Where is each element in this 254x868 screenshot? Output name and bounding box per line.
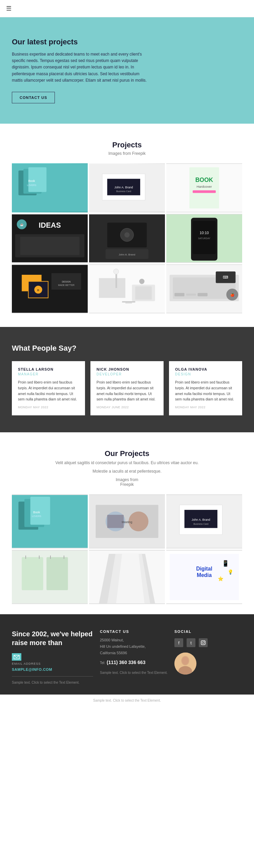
contact-us-button[interactable]: CONTACT US bbox=[12, 92, 55, 103]
testimonial-date-2: MONDAY JUNE 2022 bbox=[97, 406, 157, 409]
testimonial-role-1: MANAGER bbox=[18, 372, 79, 376]
project-cell-2[interactable]: John A. Brand Business Card bbox=[89, 163, 165, 212]
testimonial-card-2: NICK JHONSON DEVELOPER Proin sed libero … bbox=[90, 361, 164, 415]
footer-left: Since 2002, we've helped raise more than… bbox=[12, 629, 93, 684]
footer-sample-text: Sample text. Click to select the Text El… bbox=[12, 681, 93, 684]
svg-text:10:10: 10:10 bbox=[200, 231, 209, 235]
svg-text:MADE BETTER: MADE BETTER bbox=[58, 284, 75, 286]
testimonial-name-1: STELLA LARSON bbox=[18, 367, 79, 371]
testimonial-date-1: MONDAY MAY 2022 bbox=[18, 406, 79, 409]
footer-grid: Since 2002, we've helped raise more than… bbox=[12, 629, 242, 684]
our-project-cell-5[interactable] bbox=[89, 550, 165, 604]
our-projects-grid: Book LOVERS Meeting John A. Brand Busine… bbox=[12, 494, 242, 604]
svg-text:SATURDAY: SATURDAY bbox=[198, 237, 210, 240]
svg-text:🍎: 🍎 bbox=[230, 293, 235, 297]
testimonials-grid: STELLA LARSON MANAGER Proin sed libero e… bbox=[12, 361, 242, 415]
footer-right: SOCIAL f t bbox=[174, 629, 242, 684]
testimonial-name-2: NICK JHONSON bbox=[97, 367, 157, 371]
testimonial-text-3: Proin sed libero enim sed faucibus turpi… bbox=[175, 379, 236, 402]
footer-tel-value: (111) 360 336 663 bbox=[107, 660, 145, 665]
footer-divider bbox=[12, 676, 93, 677]
testimonial-card-3: OLGA IVANOVA DESIGN Proin sed libero eni… bbox=[169, 361, 242, 415]
project-cell-3[interactable]: BOOK Hardcover bbox=[166, 163, 242, 212]
our-projects-title: Our Projects bbox=[12, 449, 242, 458]
testimonial-role-2: DEVELOPER bbox=[97, 372, 157, 376]
hero-title: Our latest projects bbox=[12, 38, 242, 46]
instagram-icon[interactable] bbox=[199, 638, 208, 647]
our-projects-section: Our Projects Velit aliquet sagittis id c… bbox=[0, 432, 254, 614]
projects-grid: Book LOVERS John A. Brand Business Card … bbox=[12, 163, 242, 313]
svg-text:John A. Brand: John A. Brand bbox=[192, 518, 210, 521]
testimonial-name-3: OLGA IVANOVA bbox=[175, 367, 236, 371]
email-icon bbox=[12, 653, 21, 661]
bottom-sample: Sample text. Click to select the Text El… bbox=[0, 695, 254, 706]
project-cell-6[interactable]: 10:10 SATURDAY bbox=[166, 214, 242, 263]
svg-rect-42 bbox=[99, 278, 125, 298]
svg-text:Business Card: Business Card bbox=[193, 523, 208, 525]
footer-email-value: SAMPLE@INFO.COM bbox=[12, 667, 52, 671]
our-project-cell-4[interactable] bbox=[12, 550, 88, 604]
hero-section: Our latest projects Business expertise a… bbox=[0, 17, 254, 124]
svg-rect-55 bbox=[198, 293, 208, 296]
project-cell-1[interactable]: Book LOVERS bbox=[12, 163, 88, 212]
svg-rect-81 bbox=[46, 557, 68, 590]
projects-subtitle: Images from Freepik bbox=[12, 151, 242, 156]
footer-contact-title: CONTACT US bbox=[100, 629, 168, 634]
svg-point-47 bbox=[139, 279, 145, 284]
svg-text:IDEAS: IDEAS bbox=[39, 221, 61, 229]
footer-contact-sample: Sample text. Click to select the Text El… bbox=[100, 670, 168, 675]
facebook-icon[interactable]: f bbox=[174, 638, 183, 647]
svg-text:DESIGN: DESIGN bbox=[62, 281, 71, 283]
svg-text:📱: 📱 bbox=[222, 560, 229, 567]
project-cell-8[interactable] bbox=[89, 264, 165, 313]
our-project-cell-6[interactable]: Digital Media 📱 💡 ⭐ bbox=[166, 550, 242, 604]
footer-tagline: Since 2002, we've helped raise more than bbox=[12, 629, 93, 647]
svg-text:Digital: Digital bbox=[196, 566, 212, 572]
hamburger-icon[interactable]: ☰ bbox=[6, 5, 12, 12]
svg-point-44 bbox=[113, 269, 119, 274]
svg-text:John A. Brand: John A. Brand bbox=[119, 253, 135, 256]
our-project-cell-3[interactable]: John A. Brand Business Card bbox=[166, 494, 242, 549]
svg-rect-18 bbox=[20, 237, 79, 255]
svg-text:⭐: ⭐ bbox=[218, 576, 224, 582]
our-projects-desc2: Molestie a iaculis at erat pellentesque. bbox=[12, 468, 242, 475]
footer-middle: CONTACT US 25000 Walnut,Hill Un undefine… bbox=[100, 629, 168, 684]
project-cell-9[interactable]: ⌨ 🍎 bbox=[166, 264, 242, 313]
our-projects-images-from: Images from Freepik bbox=[12, 477, 242, 487]
testimonial-date-3: MONDAY MAY 2022 bbox=[175, 406, 236, 409]
svg-text:John A. Brand: John A. Brand bbox=[114, 186, 133, 189]
twitter-icon[interactable]: t bbox=[187, 638, 195, 647]
footer-avatar bbox=[174, 653, 196, 675]
svg-point-25 bbox=[124, 232, 130, 237]
our-projects-desc1: Velit aliquet sagittis id consectetur pu… bbox=[12, 460, 242, 466]
project-cell-5[interactable]: John A. Brand bbox=[89, 214, 165, 263]
footer-address: 25000 Walnut,Hill Un undefined Lafayette… bbox=[100, 637, 168, 656]
svg-point-101 bbox=[182, 657, 189, 665]
testimonial-text-2: Proin sed libero enim sed faucibus turpi… bbox=[97, 379, 157, 402]
projects-title: Projects bbox=[12, 141, 242, 149]
svg-text:☕: ☕ bbox=[20, 223, 24, 227]
footer-social-title: SOCIAL bbox=[174, 629, 242, 634]
svg-text:Business Card: Business Card bbox=[116, 190, 131, 192]
our-project-cell-1[interactable]: Book LOVERS bbox=[12, 494, 88, 549]
svg-text:Media: Media bbox=[197, 572, 212, 578]
svg-text:💡: 💡 bbox=[228, 570, 234, 575]
project-cell-4[interactable]: IDEAS ☕ bbox=[12, 214, 88, 263]
svg-rect-78 bbox=[22, 557, 43, 590]
projects-section: Projects Images from Freepik Book LOVERS… bbox=[0, 124, 254, 327]
svg-rect-70 bbox=[107, 515, 124, 528]
project-cell-7[interactable]: D DESIGN MADE BETTER bbox=[12, 264, 88, 313]
testimonials-title: What People Say? bbox=[12, 344, 242, 353]
svg-text:Book: Book bbox=[33, 511, 40, 514]
svg-rect-46 bbox=[135, 286, 152, 299]
testimonials-section: What People Say? STELLA LARSON MANAGER P… bbox=[0, 327, 254, 432]
svg-rect-53 bbox=[174, 293, 184, 296]
svg-text:LOVERS: LOVERS bbox=[27, 184, 37, 186]
testimonial-card-1: STELLA LARSON MANAGER Proin sed libero e… bbox=[12, 361, 85, 415]
svg-text:⌨: ⌨ bbox=[223, 275, 228, 279]
svg-rect-15 bbox=[193, 190, 216, 193]
our-project-cell-2[interactable]: Meeting bbox=[89, 494, 165, 549]
svg-text:D: D bbox=[37, 289, 39, 292]
svg-text:BOOK: BOOK bbox=[195, 177, 213, 183]
footer-tel-label: Tel: bbox=[100, 661, 105, 665]
